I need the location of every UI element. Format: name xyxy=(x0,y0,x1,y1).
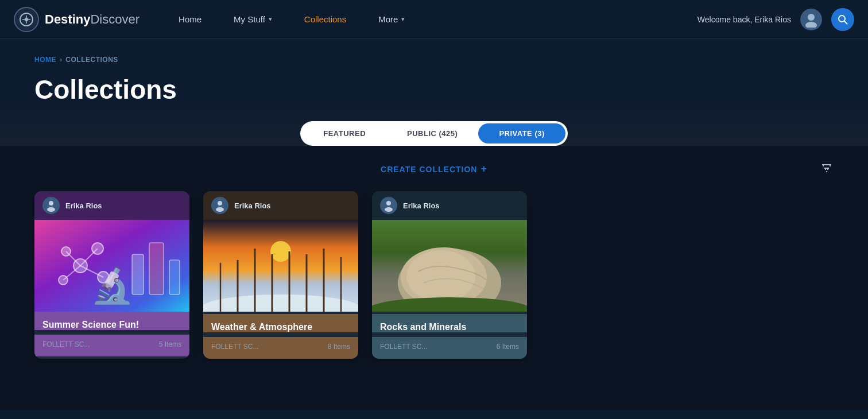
svg-point-29 xyxy=(216,207,224,212)
card-author: Erika Rios xyxy=(65,201,102,210)
nav-right: Welcome back, Erika Rios xyxy=(698,8,854,31)
card-image-rock xyxy=(372,220,527,314)
svg-point-1 xyxy=(25,18,28,21)
card-count: 8 Items xyxy=(328,343,350,351)
svg-rect-27 xyxy=(169,260,180,294)
create-collection-button[interactable]: CREATE COLLECTION + xyxy=(381,163,487,175)
tab-public[interactable]: PUBLIC (425) xyxy=(386,123,478,143)
svg-point-46 xyxy=(406,250,475,302)
mystuff-chevron-icon: ▾ xyxy=(269,15,272,23)
card-count: 6 Items xyxy=(497,343,519,351)
nav-links: Home My Stuff ▾ Collections More ▾ xyxy=(162,0,698,39)
svg-point-13 xyxy=(49,201,53,205)
card-header: Erika Rios xyxy=(34,191,189,220)
collection-card[interactable]: Erika Rios xyxy=(34,191,189,359)
nav-more[interactable]: More ▾ xyxy=(362,0,421,39)
hero-section: HOME › COLLECTIONS Collections FEATURED … xyxy=(0,39,868,146)
card-author: Erika Rios xyxy=(234,201,271,210)
card-source: FOLLETT SC... xyxy=(380,343,427,351)
avatar[interactable] xyxy=(800,9,822,30)
card-avatar xyxy=(211,197,228,214)
nav-home[interactable]: Home xyxy=(162,0,218,39)
card-body: Summer Science Fun! xyxy=(34,312,189,330)
svg-line-5 xyxy=(844,21,847,24)
svg-point-18 xyxy=(98,271,109,283)
card-footer: FOLLETT SC... 5 Items xyxy=(34,335,189,356)
breadcrumb-current: COLLECTIONS xyxy=(65,56,118,64)
more-chevron-icon: ▾ xyxy=(401,15,405,23)
svg-point-3 xyxy=(805,22,817,28)
svg-point-2 xyxy=(808,14,815,21)
tabs-container: FEATURED PUBLIC (425) PRIVATE (3) xyxy=(300,121,568,146)
card-header: Erika Rios xyxy=(372,191,527,220)
nav-mystuff[interactable]: My Stuff ▾ xyxy=(218,0,288,39)
card-source: FOLLETT SC... xyxy=(42,340,90,348)
breadcrumb: HOME › COLLECTIONS xyxy=(34,55,834,64)
card-avatar xyxy=(42,197,60,214)
svg-point-41 xyxy=(386,201,391,205)
toolbar: CREATE COLLECTION + xyxy=(34,163,834,175)
collection-card[interactable]: Erika Rios xyxy=(372,191,527,359)
card-image-science xyxy=(34,220,189,312)
card-image-winter xyxy=(203,220,358,314)
cards-grid: Erika Rios xyxy=(34,191,834,359)
card-title: Summer Science Fun! xyxy=(42,320,181,330)
card-author: Erika Rios xyxy=(403,201,440,210)
plus-icon: + xyxy=(480,163,487,175)
svg-point-28 xyxy=(218,201,222,205)
card-avatar xyxy=(380,197,397,214)
welcome-text: Welcome back, Erika Rios xyxy=(698,15,791,24)
card-count: 5 Items xyxy=(159,340,181,348)
svg-rect-26 xyxy=(149,243,164,294)
card-body: Weather & Atmosphere xyxy=(203,314,358,332)
breadcrumb-separator: › xyxy=(60,55,62,64)
svg-rect-15 xyxy=(34,220,189,312)
breadcrumb-home[interactable]: HOME xyxy=(34,56,56,64)
nav-collections[interactable]: Collections xyxy=(288,0,362,39)
collection-card[interactable]: Erika Rios xyxy=(203,191,358,359)
filter-button[interactable] xyxy=(820,161,834,177)
card-source: FOLLETT SC... xyxy=(211,343,258,351)
tab-featured[interactable]: FEATURED xyxy=(303,123,386,143)
tab-private[interactable]: PRIVATE (3) xyxy=(478,123,565,143)
page-title: Collections xyxy=(34,74,834,105)
svg-point-14 xyxy=(47,207,55,212)
card-title: Weather & Atmosphere xyxy=(211,322,350,332)
svg-rect-25 xyxy=(132,254,144,294)
card-header: Erika Rios xyxy=(203,191,358,220)
svg-point-4 xyxy=(839,15,845,22)
card-title: Rocks and Minerals xyxy=(380,322,519,332)
tab-bar: FEATURED PUBLIC (425) PRIVATE (3) xyxy=(34,121,834,146)
main-content: CREATE COLLECTION + E xyxy=(0,146,868,410)
card-footer: FOLLETT SC... 6 Items xyxy=(372,337,527,359)
svg-point-31 xyxy=(270,241,291,262)
brand-name: DestinyDiscover xyxy=(45,12,140,27)
card-footer: FOLLETT SC... 8 Items xyxy=(203,337,358,359)
logo-icon xyxy=(14,7,39,32)
navbar: DestinyDiscover Home My Stuff ▾ Collecti… xyxy=(0,0,868,39)
search-button[interactable] xyxy=(831,8,854,31)
svg-point-42 xyxy=(385,207,393,212)
card-body: Rocks and Minerals xyxy=(372,314,527,332)
logo-link[interactable]: DestinyDiscover xyxy=(14,7,140,32)
